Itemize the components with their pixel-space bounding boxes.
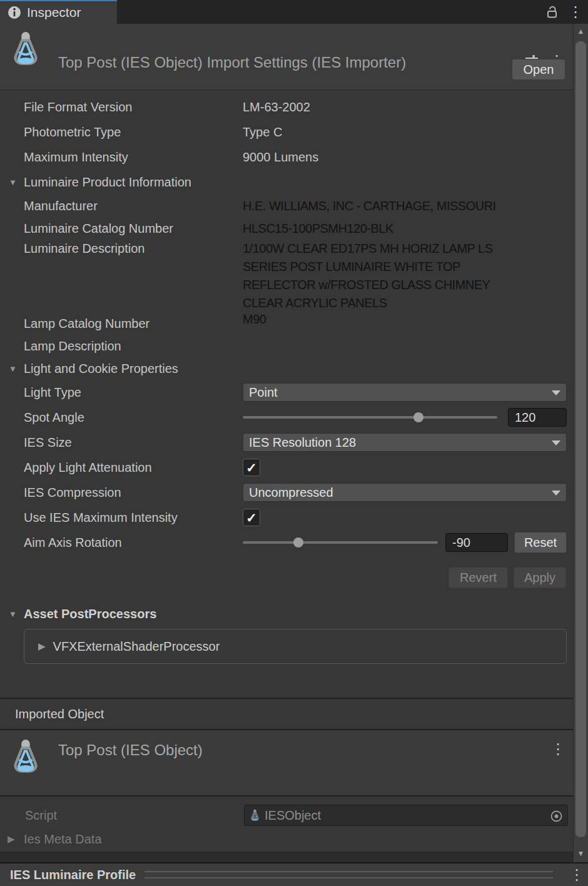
foldout-open-icon: ▼: [9, 364, 17, 374]
aim-axis-rotation-slider[interactable]: [243, 541, 438, 544]
imported-object-title: Top Post (IES Object): [58, 741, 203, 759]
imported-object-header: Top Post (IES Object) ⋮: [0, 730, 573, 795]
slider-handle[interactable]: [293, 537, 303, 547]
property-row: Manufacturer H.E. WILLIAMS, INC - CARTHA…: [0, 195, 573, 217]
revert-button: Revert: [449, 567, 508, 588]
property-label: Lamp Catalog Number: [24, 317, 243, 331]
foldout-label: Asset PostProcessors: [24, 607, 349, 621]
property-label: Luminaire Catalog Number: [24, 222, 243, 236]
apply-revert-row: Revert Apply: [0, 564, 573, 591]
dropdown-value: Uncompressed: [249, 486, 333, 500]
scroll-down-icon[interactable]: ▼: [574, 849, 588, 858]
property-label: Aim Axis Rotation: [24, 536, 243, 550]
property-row: Lamp Catalog Number M90: [0, 312, 573, 335]
property-row: Use IES Maximum Intensity ✓: [0, 505, 573, 530]
property-row: IES Size IES Resolution 128: [0, 430, 573, 455]
spot-angle-field[interactable]: 120: [508, 408, 567, 427]
inspector-body: File Format Version LM-63-2002 Photometr…: [0, 90, 573, 852]
property-row: Maximum Intensity 9000 Lumens: [0, 145, 573, 170]
property-row: File Format Version LM-63-2002: [0, 94, 573, 120]
reset-button[interactable]: Reset: [514, 532, 567, 553]
slider-handle[interactable]: [413, 412, 423, 422]
foldout-open-icon: ▼: [9, 609, 17, 619]
property-label: Light Type: [24, 385, 243, 400]
dropdown-value: IES Resolution 128: [249, 435, 356, 450]
tab-bar: Inspector ⋮: [0, 0, 588, 24]
ies-luminaire-profile-bar: IES Luminaire Profile ⋮: [0, 862, 588, 886]
light-type-dropdown[interactable]: Point: [243, 383, 567, 402]
footer-title: IES Luminaire Profile: [10, 868, 136, 882]
object-picker-icon[interactable]: [550, 810, 562, 822]
chevron-down-icon: [552, 390, 560, 395]
property-value: Type C: [243, 125, 282, 140]
property-label: Apply Light Attenuation: [24, 461, 243, 475]
scrollbar-thumb[interactable]: [575, 41, 586, 837]
spot-angle-slider[interactable]: [243, 416, 497, 419]
property-label: Maximum Intensity: [24, 150, 243, 165]
postprocessor-item[interactable]: ▶ VFXExternalShaderProcessor: [24, 629, 567, 664]
property-label: Manufacturer: [24, 199, 243, 213]
property-row: Lamp Description: [0, 335, 573, 357]
tab-inspector[interactable]: Inspector: [0, 0, 117, 24]
ies-lamp-icon: [10, 30, 41, 68]
object-field-value: IESObject: [265, 808, 321, 823]
foldout-label: Luminaire Product Information: [24, 175, 349, 190]
foldout-luminaire-product-information[interactable]: ▼ Luminaire Product Information: [0, 170, 573, 195]
property-row: Aim Axis Rotation -90 Reset: [0, 530, 573, 555]
dropdown-value: Point: [249, 385, 278, 400]
ies-size-dropdown[interactable]: IES Resolution 128: [243, 433, 567, 452]
open-button[interactable]: Open: [512, 59, 565, 80]
aim-axis-rotation-field[interactable]: -90: [445, 533, 508, 552]
importer-header: Top Post (IES Object) Import Settings (I…: [0, 24, 573, 90]
divider: [0, 795, 573, 797]
property-label: IES Size: [24, 435, 243, 450]
apply-light-attenuation-checkbox[interactable]: ✓: [243, 459, 260, 476]
foldout-light-and-cookie-properties[interactable]: ▼ Light and Cookie Properties: [0, 357, 573, 380]
property-row: Luminaire Catalog Number HLSC15-100PSMH1…: [0, 217, 573, 240]
foldout-label: Ies Meta Data: [24, 832, 349, 847]
foldout-closed-icon: ▶: [38, 641, 46, 652]
field-value: 120: [515, 410, 535, 425]
kebab-menu-icon[interactable]: ⋮: [568, 4, 583, 19]
property-label: IES Compression: [24, 486, 243, 500]
info-icon: [8, 6, 21, 19]
foldout-ies-meta-data[interactable]: ▶ Ies Meta Data: [0, 827, 573, 852]
script-row: Script IESObject: [0, 804, 573, 827]
unlock-icon[interactable]: [545, 4, 559, 19]
ies-compression-dropdown[interactable]: Uncompressed: [243, 483, 567, 502]
ies-lamp-icon: [10, 738, 41, 775]
field-value: -90: [452, 536, 470, 550]
kebab-menu-icon[interactable]: ⋮: [569, 867, 584, 882]
checkmark-icon: ✓: [246, 461, 257, 474]
imported-object-bar: Imported Object: [0, 699, 573, 729]
script-label: Script: [24, 808, 244, 823]
foldout-closed-icon: ▶: [8, 833, 15, 845]
property-label: Spot Angle: [24, 410, 243, 425]
checkmark-icon: ✓: [246, 511, 257, 524]
property-label: Photometric Type: [24, 125, 243, 140]
property-value: 1/100W CLEAR ED17PS MH HORIZ LAMP LS SER…: [243, 240, 568, 312]
ies-lamp-icon: [250, 809, 260, 822]
foldout-asset-postprocessors[interactable]: ▼ Asset PostProcessors: [0, 601, 573, 626]
property-value: HLSC15-100PSMH120-BLK: [243, 220, 393, 238]
script-object-field[interactable]: IESObject: [244, 805, 568, 826]
foldout-label: Light and Cookie Properties: [24, 362, 349, 376]
property-label: Use IES Maximum Intensity: [24, 511, 243, 525]
property-row: Spot Angle 120: [0, 405, 573, 430]
property-row: Apply Light Attenuation ✓: [0, 455, 573, 480]
scroll-up-icon[interactable]: ▲: [574, 27, 588, 36]
property-label: Lamp Description: [24, 339, 243, 354]
vertical-scrollbar[interactable]: ▲ ▼: [573, 24, 588, 862]
drag-handle[interactable]: [144, 871, 553, 878]
property-row: Luminaire Description 1/100W CLEAR ED17P…: [0, 240, 573, 312]
kebab-menu-icon[interactable]: ⋮: [550, 741, 565, 756]
importer-title: Top Post (IES Object) Import Settings (I…: [58, 54, 406, 71]
property-row: IES Compression Uncompressed: [0, 480, 573, 505]
postprocessor-name: VFXExternalShaderProcessor: [53, 639, 220, 654]
property-label: Luminaire Description: [24, 240, 243, 256]
foldout-open-icon: ▼: [9, 178, 17, 187]
chevron-down-icon: [552, 440, 560, 446]
property-value: H.E. WILLIAMS, INC - CARTHAGE, MISSOURI: [243, 197, 496, 215]
imported-object-label: Imported Object: [15, 707, 104, 721]
use-ies-maximum-intensity-checkbox[interactable]: ✓: [243, 509, 260, 526]
